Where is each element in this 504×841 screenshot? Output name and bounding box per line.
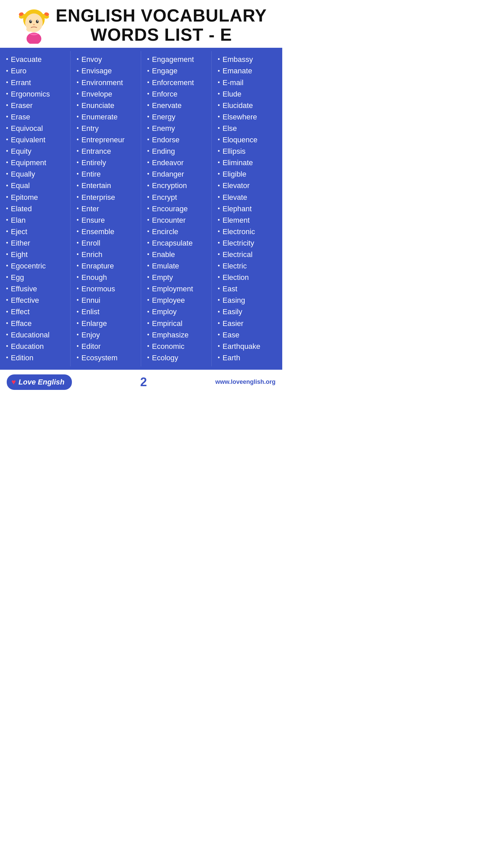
word-label: Epitome <box>11 192 38 203</box>
bullet-icon: • <box>6 227 8 237</box>
word-item: •Enforce <box>147 88 209 100</box>
word-item: •Emanate <box>218 65 280 77</box>
word-item: •Edition <box>6 352 68 364</box>
word-item: •Enervate <box>147 100 209 111</box>
word-label: Encounter <box>152 214 185 226</box>
bullet-icon: • <box>218 227 220 237</box>
word-item: •Easier <box>218 318 280 329</box>
word-label: Embassy <box>222 54 253 65</box>
bullet-icon: • <box>218 55 220 64</box>
word-item: •Envoy <box>77 54 139 65</box>
word-item: •Enunciate <box>77 100 139 111</box>
word-label: Emulate <box>152 260 179 272</box>
page-number: 2 <box>140 375 147 389</box>
bullet-icon: • <box>218 124 220 133</box>
word-column-3: •Embassy•Emanate•E-mail•Elude•Elucidate•… <box>212 51 282 366</box>
bullet-icon: • <box>147 319 149 328</box>
svg-point-7 <box>36 20 39 23</box>
bullet-icon: • <box>147 204 149 213</box>
bullet-icon: • <box>6 261 8 271</box>
bullet-icon: • <box>6 353 8 363</box>
bullet-icon: • <box>147 158 149 168</box>
word-label: Eraser <box>11 100 33 111</box>
word-item: •Encryption <box>147 180 209 191</box>
bullet-icon: • <box>218 113 220 122</box>
svg-point-9 <box>37 20 38 21</box>
bullet-icon: • <box>147 342 149 351</box>
word-item: •Envelope <box>77 88 139 100</box>
bullet-icon: • <box>77 135 79 145</box>
bullet-icon: • <box>77 296 79 305</box>
word-label: Envisage <box>81 65 112 77</box>
bullet-icon: • <box>147 170 149 179</box>
word-column-2: •Engagement•Engage•Enforcement•Enforce•E… <box>141 51 212 366</box>
word-item: •Enough <box>77 272 139 283</box>
word-item: •Elude <box>218 88 280 100</box>
word-item: •Elevator <box>218 180 280 191</box>
word-item: •Empty <box>147 272 209 283</box>
word-label: Emanate <box>222 65 252 77</box>
bullet-icon: • <box>77 330 79 340</box>
word-label: Enforcement <box>152 77 194 88</box>
word-label: Euro <box>11 65 26 77</box>
word-label: Effect <box>11 306 30 317</box>
word-item: •Element <box>218 214 280 226</box>
word-item: •Eight <box>6 249 68 260</box>
word-label: Earthquake <box>222 341 260 352</box>
word-label: Efface <box>11 318 32 329</box>
bullet-icon: • <box>6 124 8 133</box>
bullet-icon: • <box>218 296 220 305</box>
word-item: •Entrepreneur <box>77 134 139 145</box>
word-item: •Environment <box>77 77 139 88</box>
word-item: •Enter <box>77 203 139 214</box>
word-label: Effective <box>11 295 39 306</box>
word-label: Economic <box>152 341 184 352</box>
word-item: •Emulate <box>147 260 209 272</box>
word-item: •Emphasize <box>147 329 209 341</box>
bullet-icon: • <box>6 78 8 87</box>
word-item: •Encircle <box>147 226 209 238</box>
word-column-1: •Envoy•Envisage•Environment•Envelope•Enu… <box>71 51 141 366</box>
word-label: Envelope <box>81 88 112 100</box>
word-label: Erase <box>11 111 30 123</box>
bullet-icon: • <box>6 204 8 213</box>
bullet-icon: • <box>77 250 79 259</box>
bullet-icon: • <box>147 135 149 145</box>
bullet-icon: • <box>6 89 8 99</box>
word-item: •Ending <box>147 145 209 157</box>
word-label: Employment <box>152 283 193 295</box>
word-label: Enforce <box>152 88 177 100</box>
bullet-icon: • <box>77 89 79 99</box>
word-label: Eject <box>11 226 27 238</box>
bullet-icon: • <box>147 330 149 340</box>
bullet-icon: • <box>77 273 79 282</box>
word-label: Eight <box>11 249 28 260</box>
bullet-icon: • <box>6 307 8 317</box>
bullet-icon: • <box>6 147 8 156</box>
word-label: Equity <box>11 145 31 157</box>
bullet-icon: • <box>218 101 220 110</box>
word-item: •Errant <box>6 77 68 88</box>
bullet-icon: • <box>218 204 220 213</box>
word-item: •Empirical <box>147 318 209 329</box>
bullet-icon: • <box>218 135 220 145</box>
word-item: •Egocentric <box>6 260 68 272</box>
bullet-icon: • <box>147 261 149 271</box>
word-label: Entertain <box>81 180 111 191</box>
word-item: •Either <box>6 238 68 249</box>
bullet-icon: • <box>147 227 149 237</box>
word-label: Emphasize <box>152 329 188 341</box>
word-label: Ensemble <box>81 226 114 238</box>
bullet-icon: • <box>147 284 149 294</box>
word-item: •Egg <box>6 272 68 283</box>
bullet-icon: • <box>77 319 79 328</box>
word-item: •Epitome <box>6 192 68 203</box>
bullet-icon: • <box>147 296 149 305</box>
word-item: •Electronic <box>218 226 280 238</box>
bullet-icon: • <box>6 296 8 305</box>
bullet-icon: • <box>218 193 220 202</box>
word-label: Effusive <box>11 283 37 295</box>
bullet-icon: • <box>218 89 220 99</box>
bullet-icon: • <box>6 67 8 76</box>
word-item: •Enforcement <box>147 77 209 88</box>
